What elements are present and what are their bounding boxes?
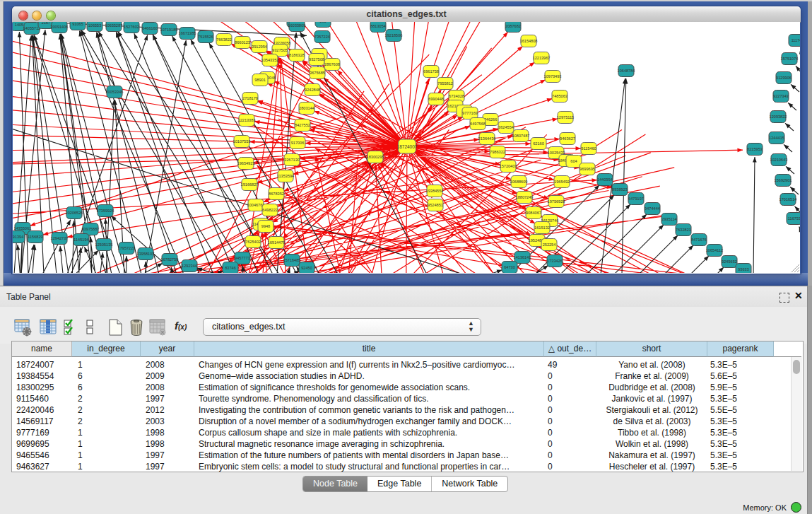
svg-text:19756928: 19756928 (548, 199, 565, 204)
svg-text:16782759: 16782759 (161, 257, 179, 262)
svg-text:9327508: 9327508 (309, 57, 324, 62)
svg-text:1440954: 1440954 (597, 177, 613, 182)
svg-text:9463627: 9463627 (560, 136, 575, 141)
svg-text:6990448: 6990448 (428, 97, 444, 101)
svg-text:252254: 252254 (543, 243, 556, 247)
svg-text:6961758: 6961758 (423, 69, 439, 74)
svg-text:1156829: 1156829 (28, 235, 42, 239)
svg-text:6479197: 6479197 (628, 197, 644, 201)
svg-text:12213383: 12213383 (238, 118, 256, 122)
svg-text:9227343: 9227343 (773, 94, 789, 98)
svg-text:3267130: 3267130 (284, 158, 300, 162)
svg-text:15692901: 15692901 (775, 178, 792, 182)
svg-text:8813054: 8813054 (370, 24, 386, 28)
svg-text:62160: 62160 (533, 141, 544, 146)
svg-text:604: 604 (570, 159, 577, 163)
svg-text:10719185: 10719185 (160, 28, 178, 32)
svg-text:8427552: 8427552 (295, 123, 310, 127)
svg-text:11353594: 11353594 (277, 174, 294, 178)
svg-text:19654923: 19654923 (237, 161, 255, 165)
svg-text:10807487: 10807487 (512, 134, 530, 138)
svg-text:8215953: 8215953 (747, 147, 763, 151)
svg-text:7625402: 7625402 (245, 240, 261, 244)
svg-text:91065: 91065 (72, 22, 83, 26)
svg-text:106553: 106553 (88, 23, 102, 28)
svg-text:2803144: 2803144 (299, 106, 314, 110)
svg-text:116753: 116753 (788, 216, 800, 221)
svg-text:16671385: 16671385 (179, 31, 196, 35)
svg-text:9777169: 9777169 (462, 111, 478, 115)
svg-text:3624554: 3624554 (498, 125, 514, 129)
svg-text:10210643: 10210643 (770, 158, 788, 162)
svg-text:13958107: 13958107 (137, 252, 155, 256)
svg-text:1527602: 1527602 (124, 25, 139, 29)
svg-text:9084067: 9084067 (526, 211, 541, 215)
svg-text:917006: 917006 (291, 141, 305, 145)
svg-text:8471676: 8471676 (691, 238, 707, 242)
svg-text:7485063: 7485063 (552, 94, 567, 98)
svg-text:6466160: 6466160 (142, 26, 158, 30)
svg-text:92450: 92450 (301, 266, 312, 270)
svg-text:7515526: 7515526 (198, 35, 213, 39)
svg-text:21364436: 21364436 (478, 136, 496, 141)
svg-text:14355061: 14355061 (14, 226, 32, 230)
svg-text:9242848: 9242848 (305, 88, 320, 92)
svg-text:18807249: 18807249 (516, 195, 534, 199)
svg-text:12213967: 12213967 (533, 56, 551, 60)
svg-text:7357224: 7357224 (314, 35, 330, 39)
svg-text:7955812: 7955812 (437, 81, 453, 86)
svg-text:191: 191 (319, 22, 326, 23)
svg-text:10973493: 10973493 (544, 74, 562, 78)
svg-text:9245652: 9245652 (722, 259, 737, 264)
svg-text:1965492: 1965492 (554, 180, 570, 184)
svg-text:2087682: 2087682 (505, 24, 521, 28)
svg-text:2718179: 2718179 (242, 96, 258, 100)
svg-text:6498222: 6498222 (262, 208, 278, 212)
svg-text:12505135: 12505135 (95, 243, 113, 247)
svg-text:6497568: 6497568 (470, 122, 486, 126)
svg-text:10543352: 10543352 (261, 58, 279, 62)
svg-text:16154808: 16154808 (520, 39, 538, 43)
svg-text:19384554: 19384554 (426, 189, 444, 193)
svg-text:15716485: 15716485 (283, 258, 301, 262)
svg-text:7632821: 7632821 (676, 228, 691, 232)
svg-text:83746: 83746 (225, 266, 236, 270)
svg-text:20206526: 20206526 (66, 211, 83, 215)
svg-text:1292344: 1292344 (182, 264, 197, 268)
svg-text:15720407: 15720407 (500, 164, 517, 168)
svg-text:16914479: 16914479 (268, 240, 286, 245)
svg-text:391394: 391394 (13, 235, 23, 239)
svg-text:17957223: 17957223 (118, 246, 136, 250)
svg-text:9948: 9948 (261, 224, 270, 228)
svg-text:10654112: 10654112 (706, 248, 723, 252)
svg-text:1145194: 1145194 (73, 238, 88, 242)
svg-text:9327505: 9327505 (272, 48, 288, 52)
svg-text:3675685: 3675685 (310, 71, 325, 75)
svg-text:1733426: 1733426 (547, 259, 563, 263)
svg-text:12942737: 12942737 (51, 236, 69, 240)
svg-text:9699695: 9699695 (579, 167, 595, 171)
svg-text:7663822: 7663822 (216, 37, 232, 42)
svg-text:98901: 98901 (254, 78, 266, 82)
svg-text:3912954: 3912954 (252, 45, 267, 49)
svg-text:17359924: 17359924 (97, 209, 114, 213)
svg-text:6734028: 6734028 (449, 94, 464, 98)
svg-text:1405: 1405 (15, 23, 23, 27)
svg-text:17016514: 17016514 (779, 197, 797, 201)
svg-text:2167: 2167 (42, 22, 50, 25)
svg-text:7986322: 7986322 (490, 150, 505, 154)
svg-text:8660123: 8660123 (235, 40, 250, 45)
svg-text:18724007: 18724007 (397, 144, 418, 149)
svg-text:1615132: 1615132 (534, 226, 550, 230)
svg-text:93975887: 93975887 (82, 227, 100, 231)
svg-text:15751074: 15751074 (781, 57, 799, 61)
svg-text:8938923: 8938923 (612, 187, 628, 192)
svg-text:8186328: 8186328 (289, 53, 305, 57)
svg-text:9129906: 9129906 (776, 76, 792, 80)
svg-text:20053346: 20053346 (106, 90, 124, 94)
svg-text:20091406: 20091406 (51, 25, 69, 29)
svg-text:64730: 64730 (504, 265, 515, 269)
svg-text:93633: 93633 (738, 267, 749, 271)
svg-text:1244415: 1244415 (769, 136, 784, 140)
svg-text:9115460: 9115460 (581, 146, 596, 151)
